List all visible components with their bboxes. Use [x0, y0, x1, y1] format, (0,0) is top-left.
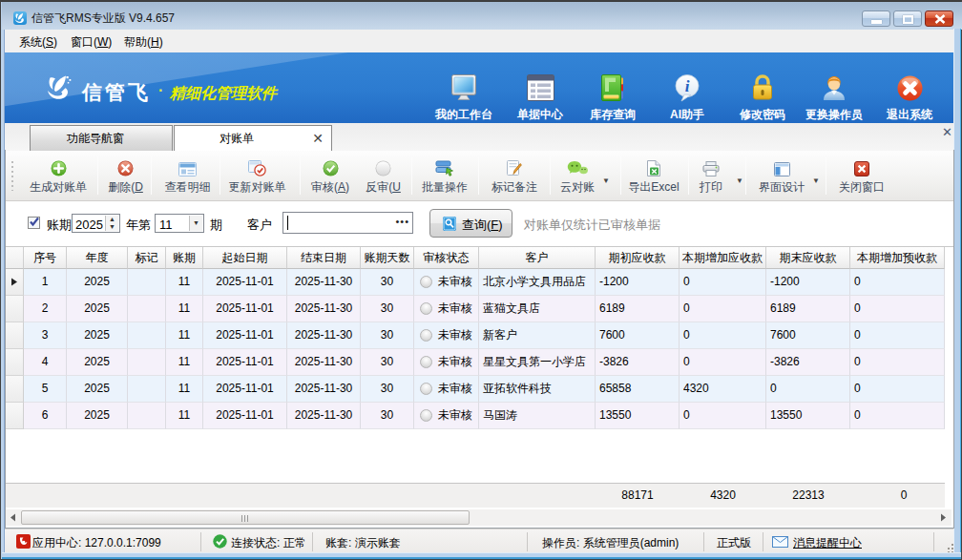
svg-text:i: i — [685, 77, 690, 95]
